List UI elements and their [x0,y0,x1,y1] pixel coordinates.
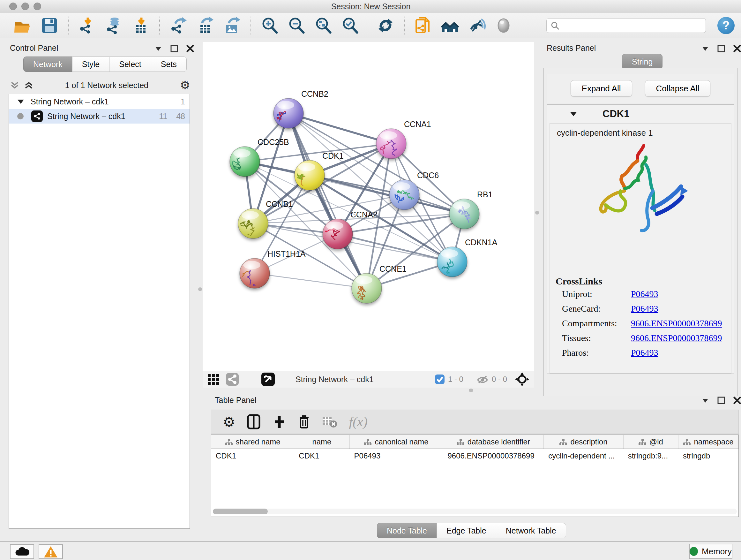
close-panel-icon[interactable] [733,44,741,53]
string-enable-glass-button[interactable] [468,16,486,35]
collapse-panel-icon[interactable] [701,44,710,53]
delete-column-button[interactable] [296,414,313,430]
gear-icon: ⚙ [223,414,235,430]
close-panel-icon[interactable] [733,396,741,405]
scrollbar-thumb[interactable] [213,509,268,514]
table-options-button[interactable]: ⚙ [221,414,237,430]
export-network-button[interactable] [169,16,188,35]
expand-all-icon[interactable] [24,80,33,90]
network-collection-row[interactable]: String Network – cdk1 1 [9,94,190,109]
export-table-button[interactable] [196,16,214,35]
zoom-selected-button[interactable] [341,16,359,35]
table-cell[interactable]: CDK1 [294,449,349,462]
table-cell[interactable]: CDK1 [211,449,294,462]
zoom-out-button[interactable] [287,16,306,35]
zoom-in-button[interactable] [260,16,279,35]
table-cell[interactable]: cyclin-dependent ... [544,449,623,462]
table-cell[interactable]: stringdb:9... [623,449,678,462]
table-cell[interactable]: stringdb [678,449,738,462]
tab-edge-table[interactable]: Edge Table [436,523,496,538]
fit-selected-crosshair-icon[interactable] [515,372,529,387]
right-splitter-handle[interactable] [535,211,539,214]
import-network-file-button[interactable] [78,16,96,35]
save-session-button[interactable] [40,16,59,35]
network-options-gear-icon[interactable]: ⚙ [180,78,190,92]
tab-sets[interactable]: Sets [151,57,187,72]
crosslink-link[interactable]: P06493 [631,304,658,314]
collapse-panel-icon[interactable] [154,44,162,53]
tab-style[interactable]: Style [72,57,110,72]
column-header-canonical-name[interactable]: canonical name [350,435,443,449]
crosslink-link[interactable]: P06493 [631,289,658,299]
crosslink-link[interactable]: P06493 [631,348,658,358]
column-header--id[interactable]: @id [623,435,678,449]
memory-button[interactable]: Memory [689,544,732,559]
collapse-all-icon[interactable] [10,80,19,90]
tree-expand-icon[interactable] [17,98,25,106]
crosslink-link[interactable]: 9606.ENSP00000378699 [631,333,722,343]
tab-network-table[interactable]: Network Table [496,523,566,538]
node-cdkn1a[interactable]: CDKN1A [437,238,497,279]
crosslink-label: Pharos: [562,348,631,358]
table-row[interactable]: CDK1CDK1P064939606.ENSP00000378699cyclin… [211,449,738,462]
network-view[interactable]: CCNB2CCNA1CDC25BCDK1CDC6RB1CCNB1CCNA2CDK… [203,42,534,371]
close-panel-icon[interactable] [186,44,194,53]
edge-ccnb2-ccne1[interactable] [288,113,367,288]
column-header-name[interactable]: name [294,435,349,449]
string-home-button[interactable] [441,16,459,35]
crosslinks-title: CrossLinks [550,274,731,287]
table-horizontal-scrollbar[interactable] [213,509,737,514]
help-button[interactable]: ? [718,17,735,34]
network-row[interactable]: String Network – cdk1 11 48 [9,109,190,124]
show-columns-button[interactable] [245,414,263,430]
tab-network[interactable]: Network [23,57,72,72]
refresh-view-button[interactable] [376,16,395,35]
show-grid-button[interactable] [207,373,220,386]
table-cell[interactable]: 9606.ENSP00000378699 [443,449,544,462]
node-rb1[interactable]: RB1 [449,190,493,229]
string-glass-ball-button[interactable] [494,16,513,35]
cloud-status-button[interactable] [10,544,34,559]
edge-ccnb2-ccna1[interactable] [288,113,391,144]
import-table-button[interactable] [131,16,150,35]
selected-checkbox-icon[interactable] [434,374,445,384]
search-input[interactable] [559,19,702,32]
collapse-panel-icon[interactable] [701,396,710,405]
delete-table-button[interactable] [320,415,339,429]
network-badge-button[interactable] [226,373,239,386]
tab-string[interactable]: String [622,54,663,69]
column-header-database-identifier[interactable]: database identifier [443,435,544,449]
hidden-eye-icon[interactable] [476,374,488,384]
edge-hist1h1a-ccne1[interactable] [255,273,367,288]
node-hist1h1a[interactable]: HIST1H1A [238,249,306,290]
node-ccne1[interactable]: CCNE1 [352,264,407,303]
create-column-button[interactable] [270,414,288,430]
gene-header[interactable]: CDK1 [547,105,734,123]
left-splitter-handle[interactable] [198,287,202,291]
collapse-all-button[interactable]: Collapse All [645,80,711,97]
column-header-namespace[interactable]: namespace [678,435,738,449]
warnings-button[interactable] [39,544,63,559]
crosslink-link[interactable]: 9606.ENSP00000378699 [631,318,722,328]
column-header-shared-name[interactable]: shared name [211,435,294,449]
collapse-gene-icon[interactable] [569,110,578,118]
tab-select[interactable]: Select [109,57,151,72]
import-network-database-button[interactable] [105,16,123,35]
expand-all-button[interactable]: Expand All [570,80,632,97]
string-document-button[interactable] [414,16,432,35]
export-image-button[interactable] [223,16,241,35]
open-session-button[interactable] [13,16,32,35]
crosslink-row: Pharos:P06493 [550,346,731,360]
zoom-fit-button[interactable] [314,16,333,35]
network-canvas[interactable]: CCNB2CCNA1CDC25BCDK1CDC6RB1CCNB1CCNA2CDK… [203,42,534,371]
network-view-title: String Network – cdk1 [295,375,374,384]
float-panel-icon[interactable] [170,44,179,53]
float-panel-icon[interactable] [717,396,725,405]
float-panel-icon[interactable] [717,44,725,53]
bottom-splitter-handle[interactable] [469,388,473,392]
tab-node-table[interactable]: Node Table [377,523,437,538]
column-header-description[interactable]: description [544,435,623,449]
table-cell[interactable]: P06493 [350,449,443,462]
open-in-window-button[interactable] [261,372,275,386]
function-builder-button[interactable]: f(x) [347,414,369,430]
